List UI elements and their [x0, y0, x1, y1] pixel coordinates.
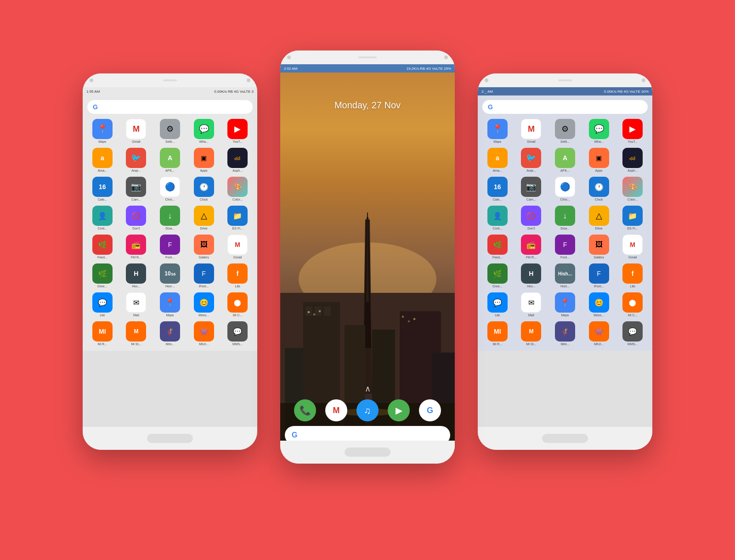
list-item[interactable]: MIMi R...	[481, 319, 514, 347]
list-item[interactable]: 🚫Don't	[120, 204, 153, 232]
list-item[interactable]: 🏎Asph...	[221, 146, 254, 174]
list-item[interactable]: ⬤Mi C...	[616, 291, 649, 319]
list-item[interactable]: HHex...	[120, 262, 153, 290]
list-item[interactable]: 💬Lite	[481, 291, 514, 319]
list-item[interactable]: △Drive	[187, 204, 220, 232]
list-item[interactable]: 💬MMS...	[616, 319, 649, 347]
list-item[interactable]: ⬤Mi C...	[221, 291, 254, 319]
list-item[interactable]: 😊Mess...	[582, 291, 616, 319]
list-item[interactable]: 💬Lite	[86, 291, 119, 319]
list-item[interactable]: 🖼Gallery	[582, 233, 616, 261]
sensor-right	[642, 78, 645, 82]
list-item[interactable]: 🦸Mini...	[548, 319, 582, 347]
list-item[interactable]: 🏎Asph...	[616, 146, 649, 174]
dock-play[interactable]: ▶	[388, 399, 410, 421]
app-grid-left: 📍Maps MGmail ⚙Setti... 💬Wha... ▶YouT... …	[85, 116, 255, 348]
list-item[interactable]: 🔵Chro...	[153, 175, 187, 203]
list-item[interactable]: 🦸Mini...	[153, 319, 187, 347]
list-item[interactable]: Hish...Hish...	[548, 262, 582, 290]
up-arrow[interactable]: ∧	[365, 384, 371, 394]
list-item[interactable]: 💬MMS...	[221, 319, 254, 347]
list-item[interactable]: 16Cale...	[86, 175, 119, 203]
list-item[interactable]: 🌿Feed...	[481, 233, 514, 261]
dock-gmail[interactable]: M	[325, 399, 347, 421]
list-item[interactable]: ▶YouT...	[616, 117, 649, 145]
list-item[interactable]: 📍Maps	[548, 291, 582, 319]
svg-rect-16	[308, 311, 310, 313]
list-item[interactable]: 😊Mess...	[187, 291, 220, 319]
list-item[interactable]: 👤Cont...	[481, 204, 514, 232]
list-item[interactable]: ▶YouT...	[221, 117, 254, 145]
list-item[interactable]: FFont...	[153, 233, 187, 261]
list-item[interactable]: fLite	[221, 262, 254, 290]
list-item[interactable]: 👤Cont...	[86, 204, 119, 232]
search-bar-left[interactable]: G	[87, 100, 253, 114]
list-item[interactable]: MGmail	[515, 117, 548, 145]
list-item[interactable]: 🐦Angr...	[120, 146, 153, 174]
list-item[interactable]: ✉Mail	[120, 291, 153, 319]
list-item[interactable]: FiFont...	[582, 262, 616, 290]
list-item[interactable]: MMi St...	[120, 319, 153, 347]
speaker-center	[358, 56, 377, 58]
list-item[interactable]: 🕐Clock	[187, 175, 220, 203]
list-item[interactable]: fLite	[616, 262, 649, 290]
list-item[interactable]: ⚙Setti...	[153, 117, 187, 145]
list-item[interactable]: 📻FM R...	[120, 233, 153, 261]
lockscreen-search[interactable]: G	[285, 426, 450, 441]
list-item[interactable]: 🎨Color...	[616, 175, 649, 203]
list-item[interactable]: 🐦Angr...	[515, 146, 548, 174]
list-item[interactable]: 📍Maps	[153, 291, 187, 319]
list-item[interactable]: FFont...	[548, 233, 582, 261]
list-item[interactable]: 👾MIUI...	[582, 319, 616, 347]
home-button-center[interactable]	[345, 448, 390, 457]
list-item[interactable]: 🕐Clock	[582, 175, 616, 203]
list-item[interactable]: HHex...	[515, 262, 548, 290]
list-item[interactable]: 👾MIUI...	[187, 319, 220, 347]
list-item[interactable]: MGmail	[120, 117, 153, 145]
list-item[interactable]: 💬Wha...	[582, 117, 616, 145]
list-item[interactable]: 🖼Gallery	[187, 233, 220, 261]
list-item[interactable]: 📷Cam...	[120, 175, 153, 203]
list-item[interactable]: 🎨Color...	[221, 175, 254, 203]
dock-phone[interactable]: 📞	[294, 399, 316, 421]
camera-left	[90, 78, 93, 82]
time-left: 1:55 AM	[86, 90, 100, 94]
list-item[interactable]: 📷Cam...	[515, 175, 548, 203]
home-button-left[interactable]	[147, 434, 193, 443]
time-right: 2:_ AM	[481, 90, 493, 94]
list-item[interactable]: 📻FM R...	[515, 233, 548, 261]
list-item[interactable]: ↓Dow...	[153, 204, 187, 232]
list-item[interactable]: 🌿Feed...	[86, 233, 119, 261]
list-item[interactable]: ⚙Setti...	[548, 117, 582, 145]
search-bar-right[interactable]: G	[482, 100, 648, 114]
list-item[interactable]: ▣Apps	[582, 146, 616, 174]
dock-music[interactable]: ♫	[356, 399, 379, 421]
list-item[interactable]: ▣Apps	[187, 146, 220, 174]
list-item[interactable]: 🚫Don't	[515, 204, 548, 232]
list-item[interactable]: 10₁₆Hex/...	[153, 262, 187, 290]
list-item[interactable]: 🔵Chro...	[548, 175, 582, 203]
list-item[interactable]: aAma...	[86, 146, 119, 174]
list-item[interactable]: ✉Mail	[515, 291, 548, 319]
list-item[interactable]: MMi St...	[515, 319, 548, 347]
list-item[interactable]: MGmail	[221, 233, 254, 261]
home-button-right[interactable]	[542, 434, 588, 443]
list-item[interactable]: △Drive	[582, 204, 616, 232]
camera-center	[287, 56, 291, 59]
list-item[interactable]: FiFont...	[187, 262, 220, 290]
list-item[interactable]: MGmail	[616, 233, 649, 261]
list-item[interactable]: 💬Wha...	[187, 117, 220, 145]
list-item[interactable]: 🌿Gree...	[86, 262, 119, 290]
list-item[interactable]: ↓Dow...	[548, 204, 582, 232]
list-item[interactable]: MIMi R...	[86, 319, 119, 347]
list-item[interactable]: 🌿Gree...	[481, 262, 514, 290]
list-item[interactable]: 📁ES Fi...	[616, 204, 649, 232]
list-item[interactable]: AAPK...	[548, 146, 582, 174]
list-item[interactable]: 📍Maps	[86, 117, 119, 145]
dock-google[interactable]: G	[419, 399, 441, 421]
list-item[interactable]: aAma...	[481, 146, 514, 174]
list-item[interactable]: 16Cale...	[481, 175, 514, 203]
list-item[interactable]: 📁ES Fi...	[221, 204, 254, 232]
list-item[interactable]: AAPK...	[153, 146, 187, 174]
list-item[interactable]: 📍Maps	[481, 117, 514, 145]
